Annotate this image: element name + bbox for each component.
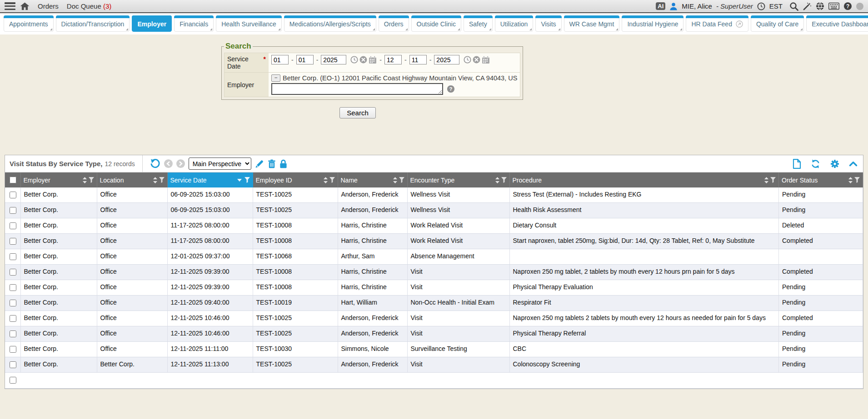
row-checkbox[interactable] <box>10 207 16 214</box>
tab-orders[interactable]: Orders <box>379 15 409 32</box>
employer-search-input[interactable] <box>271 83 443 95</box>
collapse-icon[interactable] <box>849 161 858 167</box>
collapse-employer-button[interactable]: − <box>271 74 280 82</box>
from-year-input[interactable] <box>321 55 346 64</box>
row-checkbox[interactable] <box>10 315 16 322</box>
breadcrumb-doc-queue[interactable]: Doc Queue (3) <box>67 2 111 10</box>
row-checkbox[interactable] <box>10 192 16 198</box>
filter-icon[interactable] <box>854 177 860 183</box>
column-header-name[interactable]: Name <box>338 173 407 187</box>
ai-badge[interactable]: AI <box>656 2 665 10</box>
forward-icon[interactable] <box>176 159 185 168</box>
filter-icon[interactable] <box>89 177 94 183</box>
from-month-input[interactable] <box>271 55 289 64</box>
globe-icon[interactable] <box>816 2 824 10</box>
sort-icon[interactable] <box>324 177 328 183</box>
cell-name: Anderson, Frederick <box>341 360 399 368</box>
help-icon[interactable]: ? <box>843 2 852 10</box>
clock-icon[interactable] <box>757 2 765 10</box>
back-icon[interactable] <box>164 159 173 168</box>
column-header-order-status[interactable]: Order Status <box>779 173 863 187</box>
select-all-header[interactable] <box>5 173 20 187</box>
filter-icon[interactable] <box>329 177 335 183</box>
search-icon[interactable] <box>789 2 798 11</box>
perspective-select[interactable]: Main Perspective <box>189 158 251 170</box>
row-checkbox[interactable] <box>10 238 16 245</box>
tab-executive-dashboard[interactable]: Executive Dashboard <box>806 15 868 32</box>
sort-icon[interactable] <box>393 177 397 183</box>
sort-icon[interactable] <box>153 177 157 183</box>
edit-icon[interactable] <box>255 159 264 168</box>
external-link-icon[interactable] <box>736 22 743 29</box>
menu-icon[interactable] <box>5 2 15 10</box>
status-dot <box>856 3 863 10</box>
filter-icon[interactable] <box>770 177 776 183</box>
tab-appointments[interactable]: Appointments <box>4 15 54 32</box>
tab-safety[interactable]: Safety <box>464 15 493 32</box>
tab-dictation-transcription[interactable]: Dictation/Transcription <box>56 15 130 32</box>
from-calendar-icon[interactable] <box>369 56 377 64</box>
undo-icon[interactable] <box>150 158 160 169</box>
tab-employer[interactable]: Employer <box>132 15 172 32</box>
filter-icon[interactable] <box>244 177 250 183</box>
to-clock-icon[interactable] <box>464 56 471 64</box>
sort-icon[interactable] <box>848 177 853 183</box>
tab-visits[interactable]: Visits <box>535 15 561 32</box>
sort-icon[interactable] <box>764 177 768 183</box>
magic-wand-icon[interactable] <box>803 2 812 11</box>
row-checkbox[interactable] <box>10 269 16 276</box>
new-document-icon[interactable] <box>793 159 801 169</box>
to-month-input[interactable] <box>384 55 402 64</box>
keyboard-icon[interactable] <box>828 2 839 10</box>
sort-desc-icon[interactable] <box>237 179 242 182</box>
filter-icon[interactable] <box>501 177 507 183</box>
employer-help-icon[interactable]: ? <box>447 85 455 93</box>
tab-label: Quality of Care <box>756 20 798 28</box>
tab-industrial-hygiene[interactable]: Industrial Hygiene <box>622 15 683 32</box>
from-clear-icon[interactable] <box>359 56 367 64</box>
refresh-icon[interactable] <box>810 159 821 169</box>
column-header-employee-id[interactable]: Employee ID <box>253 173 338 187</box>
to-day-input[interactable] <box>409 55 427 64</box>
column-header-location[interactable]: Location <box>97 173 167 187</box>
column-header-encounter-type[interactable]: Encounter Type <box>407 173 509 187</box>
row-checkbox[interactable] <box>10 361 16 368</box>
row-checkbox[interactable] <box>10 253 16 260</box>
to-clear-icon[interactable] <box>473 56 480 64</box>
select-all-checkbox[interactable] <box>10 177 16 183</box>
to-year-input[interactable] <box>434 55 459 64</box>
breadcrumb-orders[interactable]: Orders <box>38 2 59 10</box>
row-checkbox[interactable] <box>10 346 16 353</box>
tab-outside-clinic[interactable]: Outside Clinic <box>411 15 461 32</box>
settings-icon[interactable] <box>830 159 840 169</box>
tab-wr-case-mgmt[interactable]: WR Case Mgmt <box>564 15 620 32</box>
tab-health-surveillance[interactable]: Health Surveillance <box>216 15 282 32</box>
footer-checkbox[interactable] <box>10 377 16 384</box>
search-button[interactable]: Search <box>339 107 376 118</box>
user-icon[interactable] <box>669 2 678 10</box>
tab-quality-of-care[interactable]: Quality of Care <box>751 15 804 32</box>
row-checkbox[interactable] <box>10 330 16 337</box>
column-header-service-date[interactable]: Service Date <box>167 173 253 187</box>
from-day-input[interactable] <box>296 55 314 64</box>
row-checkbox[interactable] <box>10 284 16 291</box>
sort-icon[interactable] <box>83 177 87 183</box>
tab-hr-data-feed[interactable]: HR Data Feed <box>686 15 748 32</box>
filter-icon[interactable] <box>399 177 404 183</box>
column-header-employer[interactable]: Employer <box>20 173 97 187</box>
user-name[interactable]: MIE, Alice <box>682 2 712 10</box>
sort-icon[interactable] <box>495 177 499 183</box>
filter-icon[interactable] <box>159 177 165 183</box>
cell-employee-id: TEST-10008 <box>256 268 292 275</box>
tab-utilization[interactable]: Utilization <box>495 15 534 32</box>
tab-financials[interactable]: Financials <box>174 15 214 32</box>
row-checkbox[interactable] <box>10 222 16 229</box>
column-header-procedure[interactable]: Procedure <box>509 173 779 187</box>
from-clock-icon[interactable] <box>350 56 358 64</box>
to-calendar-icon[interactable] <box>482 56 490 64</box>
row-checkbox[interactable] <box>10 300 16 306</box>
delete-icon[interactable] <box>268 159 276 168</box>
lock-icon[interactable] <box>279 159 287 168</box>
tab-medications-allergies-scripts[interactable]: Medications/Allergies/Scripts <box>284 15 376 32</box>
home-icon[interactable] <box>20 2 30 10</box>
